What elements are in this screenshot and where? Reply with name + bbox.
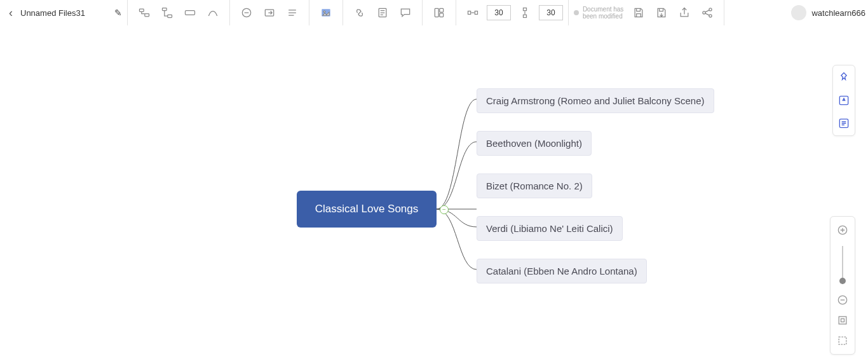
style-icon[interactable] <box>837 93 851 107</box>
annotation-tools <box>230 0 309 25</box>
zoom-thumb[interactable] <box>839 278 846 284</box>
child-node-2[interactable]: Bizet (Romance No. 2) <box>477 174 592 198</box>
mindmap-canvas[interactable]: Classical Love Songs − Craig Armstrong (… <box>0 25 868 361</box>
child-label: Beethoven (Moonlight) <box>486 138 582 149</box>
username[interactable]: watchlearn666 <box>811 8 868 18</box>
svg-rect-14 <box>475 11 477 15</box>
child-label: Verdi (Libiamo Ne' Leiti Calici) <box>486 223 613 234</box>
insert-sibling-icon[interactable] <box>137 5 152 20</box>
svg-rect-24 <box>839 317 846 324</box>
child-label: Bizet (Romance No. 2) <box>486 180 583 191</box>
status-line1: Document has <box>583 6 627 13</box>
svg-point-17 <box>703 11 705 14</box>
toolbar: ‹ Unnamed Files31 ✎ Document has been mo… <box>0 0 868 26</box>
svg-point-19 <box>709 15 712 17</box>
child-label: Craig Armstrong (Romeo and Juliet Balcon… <box>486 95 705 106</box>
connector-icon[interactable] <box>205 5 220 20</box>
filename[interactable]: Unnamed Files31 <box>17 8 89 18</box>
v-spacing-input[interactable] <box>539 5 563 20</box>
h-spacing-input[interactable] <box>487 5 511 20</box>
status-dot-icon <box>574 10 579 15</box>
insert-child-icon[interactable] <box>159 5 175 20</box>
structure-tools <box>128 0 230 25</box>
child-node-4[interactable]: Catalani (Ebben Ne Andro Lontana) <box>477 259 647 283</box>
expand-icon[interactable]: − <box>440 205 449 214</box>
svg-rect-3 <box>168 15 172 17</box>
svg-rect-2 <box>162 8 166 11</box>
status-section: Document has been modified <box>569 0 724 25</box>
svg-point-18 <box>709 8 712 11</box>
svg-point-8 <box>323 11 325 12</box>
outline-icon[interactable] <box>837 116 851 130</box>
status-text: Document has been modified <box>583 6 627 20</box>
comment-icon[interactable] <box>398 5 413 20</box>
fit-icon[interactable] <box>836 313 850 327</box>
layout-tool <box>423 0 456 25</box>
file-section: ‹ Unnamed Files31 ✎ <box>0 0 128 25</box>
box-icon[interactable] <box>182 5 198 20</box>
svg-rect-11 <box>440 8 444 12</box>
back-icon[interactable]: ‹ <box>5 6 17 20</box>
user-section: watchlearn666 <box>786 0 868 25</box>
svg-rect-25 <box>841 319 844 322</box>
svg-rect-13 <box>468 11 470 15</box>
layout-icon[interactable] <box>431 5 447 20</box>
avatar[interactable] <box>791 5 806 20</box>
svg-rect-1 <box>145 14 149 17</box>
svg-rect-4 <box>185 11 194 15</box>
zoom-out-icon[interactable] <box>836 293 850 307</box>
side-panel-tools <box>832 65 855 136</box>
status-line2: been modified <box>583 13 627 20</box>
share-icon[interactable] <box>700 5 715 20</box>
svg-rect-12 <box>440 13 444 17</box>
v-spacing-icon <box>517 5 532 20</box>
save-as-icon[interactable] <box>654 5 669 20</box>
fullscreen-icon[interactable] <box>836 334 850 348</box>
note-icon[interactable] <box>375 5 390 20</box>
side-panel-zoom <box>830 216 855 355</box>
spacing-tools <box>456 0 569 25</box>
root-label: Classical Love Songs <box>315 203 419 215</box>
export-icon[interactable] <box>677 5 692 20</box>
svg-rect-16 <box>523 15 526 17</box>
image-icon[interactable] <box>318 5 334 20</box>
child-node-1[interactable]: Beethoven (Moonlight) <box>477 131 592 156</box>
edit-filename-icon[interactable]: ✎ <box>114 8 122 18</box>
box-arrow-icon[interactable] <box>262 5 277 20</box>
link-icon[interactable] <box>352 5 367 20</box>
child-label: Catalani (Ebben Ne Andro Lontana) <box>486 266 637 276</box>
pin-icon[interactable] <box>837 71 851 85</box>
svg-rect-26 <box>839 337 846 344</box>
h-spacing-icon <box>465 5 480 20</box>
child-node-0[interactable]: Craig Armstrong (Romeo and Juliet Balcon… <box>477 88 714 113</box>
image-tool <box>309 0 343 25</box>
list-icon[interactable] <box>285 5 300 20</box>
svg-rect-0 <box>139 9 144 11</box>
attach-tools <box>343 0 423 25</box>
child-node-3[interactable]: Verdi (Libiamo Ne' Leiti Calici) <box>477 216 623 241</box>
svg-rect-15 <box>523 8 526 11</box>
zoom-in-icon[interactable] <box>836 223 850 237</box>
save-icon[interactable] <box>631 5 646 20</box>
zoom-slider[interactable] <box>842 246 843 284</box>
circle-minus-icon[interactable] <box>239 5 254 20</box>
svg-rect-10 <box>435 8 438 17</box>
root-node[interactable]: Classical Love Songs <box>297 191 437 228</box>
